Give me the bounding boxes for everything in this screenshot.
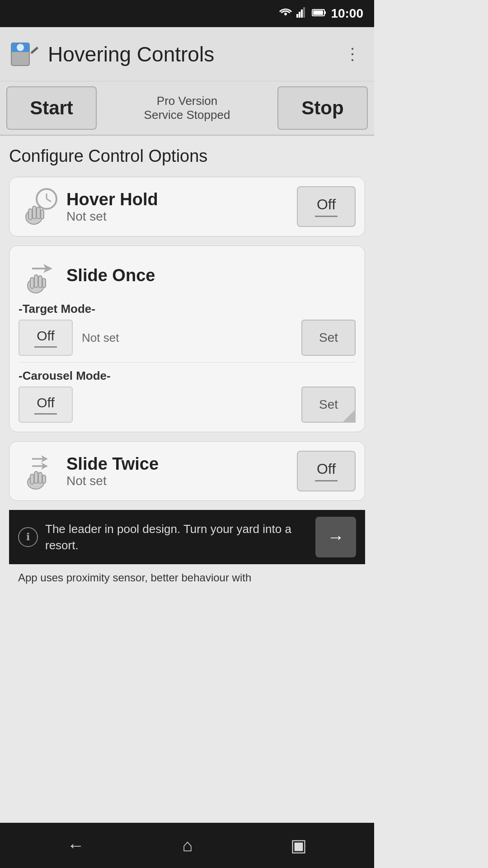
svg-point-9 [17, 44, 24, 51]
status-icons: 10:00 [279, 6, 363, 21]
slide-twice-icon [19, 451, 59, 491]
app-logo [9, 38, 41, 70]
carousel-mode-row: Off Set [19, 387, 356, 423]
slide-twice-toggle-label: Off [317, 461, 336, 477]
svg-rect-0 [296, 14, 298, 18]
slide-twice-card: Slide Twice Not set Off [9, 441, 365, 501]
hover-hold-card: Hover Hold Not set Off [9, 177, 365, 236]
svg-rect-3 [303, 7, 305, 18]
svg-line-12 [47, 199, 51, 202]
svg-rect-27 [38, 472, 42, 483]
ad-info-icon: ℹ [18, 527, 38, 547]
status-bar: 10:00 [0, 0, 374, 27]
hover-hold-title: Hover Hold [66, 190, 158, 209]
slide-once-target-section: -Target Mode- Off Not set Set [19, 302, 356, 356]
ad-banner[interactable]: ℹ The leader in pool design. Turn your y… [9, 510, 365, 564]
footer-note: App uses proximity sensor, better behavi… [9, 564, 365, 591]
app-header: Hovering Controls ⋮ [0, 27, 374, 81]
hover-hold-header: Hover Hold Not set Off [19, 186, 356, 227]
svg-rect-26 [34, 472, 38, 483]
target-mode-toggle[interactable]: Off [19, 320, 73, 356]
nav-home-icon: ⌂ [183, 836, 193, 855]
svg-rect-14 [28, 209, 32, 220]
slide-twice-subtitle: Not set [66, 474, 159, 488]
hover-hold-toggle[interactable]: Off [297, 186, 356, 227]
ad-text: The leader in pool design. Turn your yar… [45, 521, 315, 554]
carousel-divider [19, 362, 356, 363]
carousel-mode-off-label: Off [37, 395, 54, 410]
battery-icon [312, 8, 326, 19]
more-options-icon[interactable]: ⋮ [340, 40, 365, 68]
slide-twice-toggle[interactable]: Off [297, 451, 356, 491]
slide-twice-title: Slide Twice [66, 454, 159, 474]
slide-twice-toggle-line [315, 480, 338, 481]
nav-back-button[interactable]: ← [54, 831, 98, 860]
nav-home-button[interactable]: ⌂ [169, 831, 206, 860]
signal-icon [296, 7, 307, 20]
svg-rect-25 [30, 474, 34, 484]
svg-rect-5 [313, 10, 323, 15]
target-mode-off-label: Off [37, 328, 54, 344]
target-mode-row: Off Not set Set [19, 320, 356, 356]
section-title: Configure Control Options [9, 146, 365, 166]
svg-rect-15 [33, 206, 36, 219]
resize-handle [342, 409, 356, 423]
ad-arrow-icon: → [327, 528, 344, 547]
svg-rect-22 [42, 278, 46, 288]
nav-recent-icon: ▣ [291, 835, 307, 855]
target-mode-toggle-line [34, 346, 57, 348]
carousel-mode-label: -Carousel Mode- [19, 369, 356, 383]
svg-rect-2 [301, 9, 303, 18]
wifi-icon [279, 7, 292, 20]
svg-rect-6 [325, 11, 326, 14]
service-status: Pro Version Service Stopped [97, 94, 277, 122]
svg-rect-16 [37, 207, 40, 219]
svg-rect-21 [38, 276, 42, 288]
svg-rect-28 [42, 475, 46, 483]
svg-rect-17 [41, 210, 44, 219]
slide-once-icon-title: Slide Once [19, 255, 356, 296]
hover-hold-toggle-line [315, 216, 338, 217]
target-mode-label: -Target Mode- [19, 302, 356, 316]
main-content: Configure Control Options [0, 136, 374, 602]
status-time: 10:00 [331, 6, 363, 21]
start-button[interactable]: Start [6, 86, 97, 130]
app-title: Hovering Controls [48, 42, 340, 66]
stop-button[interactable]: Stop [277, 86, 368, 130]
hover-hold-icon-title: Hover Hold Not set [19, 186, 158, 227]
hover-hold-icon [19, 186, 59, 227]
hover-hold-toggle-label: Off [317, 196, 336, 213]
nav-bar: ← ⌂ ▣ [0, 823, 374, 868]
slide-once-card: Slide Once -Target Mode- Off Not set Set… [9, 245, 365, 432]
slide-once-icon [19, 255, 59, 296]
hover-hold-subtitle: Not set [66, 209, 158, 224]
service-version-label: Pro Version [157, 94, 217, 108]
controls-row: Start Pro Version Service Stopped Stop [0, 81, 374, 136]
target-mode-set-button[interactable]: Set [301, 320, 356, 356]
svg-rect-1 [299, 12, 300, 18]
ad-arrow-button[interactable]: → [315, 517, 356, 557]
svg-rect-20 [34, 275, 38, 288]
carousel-mode-toggle[interactable]: Off [19, 387, 73, 423]
target-mode-notset: Not set [73, 331, 301, 345]
hover-hold-title-block: Hover Hold Not set [66, 190, 158, 224]
slide-twice-icon-title: Slide Twice Not set [19, 451, 159, 491]
slide-once-carousel-section: -Carousel Mode- Off Set [19, 369, 356, 423]
slide-twice-header: Slide Twice Not set Off [19, 451, 356, 491]
carousel-mode-toggle-line [34, 413, 57, 415]
nav-recent-button[interactable]: ▣ [277, 831, 320, 860]
nav-back-icon: ← [67, 836, 84, 855]
service-state-label: Service Stopped [144, 108, 230, 122]
slide-twice-title-block: Slide Twice Not set [66, 454, 159, 488]
svg-rect-19 [30, 278, 34, 288]
slide-once-title: Slide Once [66, 266, 155, 285]
